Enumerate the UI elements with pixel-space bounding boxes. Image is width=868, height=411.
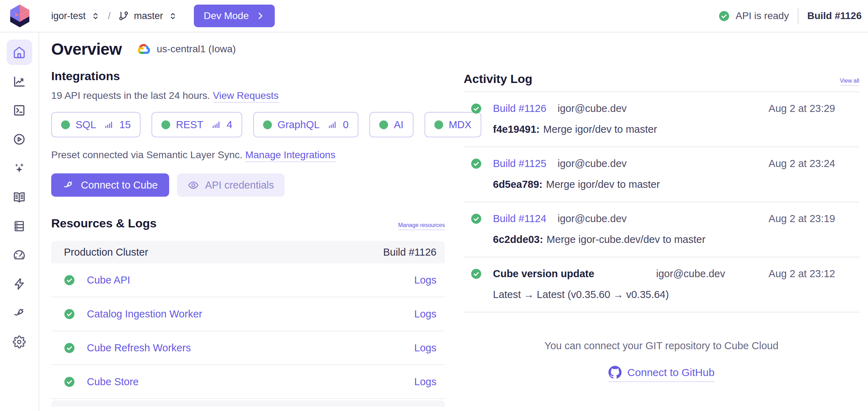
- branch-selector[interactable]: master: [118, 11, 178, 22]
- server-icon: [13, 220, 26, 233]
- branch-name: master: [134, 11, 163, 22]
- lightning-icon: [13, 278, 26, 291]
- table-row: Cube API Logs: [51, 263, 445, 297]
- sidebar-item-playground[interactable]: [7, 97, 32, 123]
- connect-to-cube-button[interactable]: Connect to Cube: [51, 173, 169, 197]
- git-branch-icon: [118, 11, 129, 21]
- status-dot: [263, 120, 272, 129]
- badge-count: 4: [227, 119, 232, 131]
- connect-to-github-link[interactable]: Connect to GitHub: [608, 366, 715, 382]
- sidebar-item-queries[interactable]: [7, 126, 32, 152]
- badge-count: 15: [119, 119, 131, 131]
- badge-label: AI: [394, 119, 403, 131]
- commit-message: Merge igor-cube.dev/dev to master: [547, 234, 706, 245]
- logs-link[interactable]: Logs: [414, 274, 436, 286]
- logs-link[interactable]: Logs: [414, 376, 436, 388]
- view-all-link[interactable]: View all: [840, 78, 859, 86]
- dev-mode-label: Dev Mode: [204, 10, 249, 22]
- integration-badge[interactable]: AI: [369, 112, 413, 137]
- dev-mode-button[interactable]: Dev Mode: [194, 5, 275, 27]
- activity-entry: Build #1126 igor@cube.dev Aug 2 at 23:29…: [464, 92, 859, 147]
- project-selector[interactable]: igor-test: [51, 11, 100, 22]
- resource-link[interactable]: Catalog Ingestion Worker: [87, 308, 414, 320]
- cluster-build: Build #1126: [383, 246, 436, 258]
- commit-hash: f4e19491:: [493, 124, 540, 135]
- activity-entry-author: igor@cube.dev: [558, 103, 627, 114]
- table-row: Cube Store Logs: [51, 365, 445, 399]
- activity-entry-author: igor@cube.dev: [558, 213, 627, 225]
- bar-chart-icon: [211, 120, 221, 130]
- activity-entry-detail: Latest → Latest (v0.35.60 → v0.35.64): [493, 289, 859, 300]
- sidebar-item-performance[interactable]: [7, 242, 32, 268]
- activity-entry-author: igor@cube.dev: [558, 158, 627, 169]
- sidebar-item-data-model[interactable]: [7, 184, 32, 210]
- check-circle-icon: [471, 103, 482, 114]
- activity-entry-detail: 6d5ea789:Merge igor/dev to master: [493, 179, 859, 190]
- topbar-status-area: API is ready Build #1126: [719, 8, 868, 24]
- sidebar-item-integrations[interactable]: [7, 300, 32, 326]
- bar-chart-icon: [327, 120, 337, 130]
- commit-message: Latest → Latest (v0.35.60 → v0.35.64): [493, 289, 669, 300]
- commit-hash: 6c2dde03:: [493, 234, 543, 245]
- integration-badge[interactable]: REST 4: [151, 112, 242, 137]
- activity-entry-title[interactable]: Build #1125: [493, 158, 546, 169]
- manage-integrations-link[interactable]: Manage Integrations: [245, 149, 335, 162]
- check-circle-icon: [64, 275, 75, 286]
- manage-resources-link[interactable]: Manage resources: [398, 222, 445, 230]
- badge-label: GraphQL: [278, 119, 320, 131]
- view-requests-link[interactable]: View Requests: [213, 90, 279, 103]
- check-circle-icon: [471, 213, 482, 224]
- integration-badge[interactable]: SQL 15: [51, 112, 141, 137]
- api-credentials-button[interactable]: API credentials: [177, 173, 285, 197]
- divider: [798, 8, 798, 24]
- sidebar-item-overview[interactable]: [7, 40, 32, 65]
- sidebar-item-resources[interactable]: [7, 213, 32, 239]
- integration-badge[interactable]: GraphQL 0: [253, 112, 358, 137]
- cube-logo[interactable]: [0, 4, 39, 28]
- logs-link[interactable]: Logs: [414, 342, 436, 354]
- table-row: Cube Refresh Workers Logs: [51, 331, 445, 365]
- api-status: API is ready: [719, 10, 789, 22]
- sidebar-item-ai-assistant[interactable]: [7, 155, 32, 181]
- chevron-up-down-icon: [168, 11, 178, 21]
- activity-column: Activity Log View all Build #1126 igor@c…: [464, 32, 859, 411]
- main-content: Overview us-central1 (Iowa) Integrations…: [39, 32, 868, 411]
- activity-log-heading: Activity Log: [464, 72, 533, 86]
- resource-link[interactable]: Cube Refresh Workers: [87, 342, 414, 354]
- activity-entry: Build #1124 igor@cube.dev Aug 2 at 23:19…: [464, 202, 859, 257]
- gear-icon: [13, 335, 26, 349]
- plug-icon: [13, 306, 26, 320]
- check-circle-icon: [471, 268, 482, 279]
- sidebar-item-pre-aggregations[interactable]: [7, 271, 32, 297]
- region-label: us-central1 (Iowa): [157, 43, 236, 55]
- page-title: Overview: [51, 40, 122, 59]
- status-dot: [379, 120, 388, 129]
- eye-icon: [188, 179, 199, 191]
- chevron-right-icon: [256, 11, 265, 20]
- activity-entry-detail: 6c2dde03:Merge igor-cube.dev/dev to mast…: [493, 234, 859, 245]
- resources-heading: Resources & Logs: [51, 216, 157, 230]
- badge-label: SQL: [76, 119, 96, 131]
- cube-logo-icon: [9, 4, 31, 28]
- activity-entry-title[interactable]: Cube version update: [493, 268, 645, 280]
- logs-link[interactable]: Logs: [414, 308, 436, 320]
- breadcrumb-separator: /: [108, 10, 111, 22]
- activity-entry-title[interactable]: Build #1126: [493, 103, 546, 114]
- top-bar: igor-test / master Dev Mode API is ready…: [0, 0, 868, 32]
- resource-link[interactable]: Cube Store: [87, 376, 414, 388]
- plug-icon: [63, 179, 74, 191]
- github-connect-section: You can connect your GIT repository to C…: [464, 340, 859, 382]
- chart-icon: [13, 75, 26, 88]
- activity-entry-title[interactable]: Build #1124: [493, 213, 546, 225]
- resource-link[interactable]: Cube API: [87, 274, 414, 286]
- gauge-icon: [13, 249, 26, 262]
- sidebar-item-settings[interactable]: [7, 329, 32, 355]
- overview-column: Overview us-central1 (Iowa) Integrations…: [51, 32, 445, 411]
- sidebar-item-monitoring[interactable]: [7, 68, 32, 94]
- integration-badges: SQL 15 REST 4 GraphQL: [51, 112, 445, 137]
- check-circle-icon: [719, 11, 730, 22]
- check-circle-icon: [64, 342, 75, 353]
- api-requests-summary: 19 API requests in the last 24 hours. Vi…: [51, 90, 445, 101]
- activity-entries: Build #1126 igor@cube.dev Aug 2 at 23:29…: [464, 92, 859, 312]
- integrations-heading: Integrations: [51, 69, 445, 83]
